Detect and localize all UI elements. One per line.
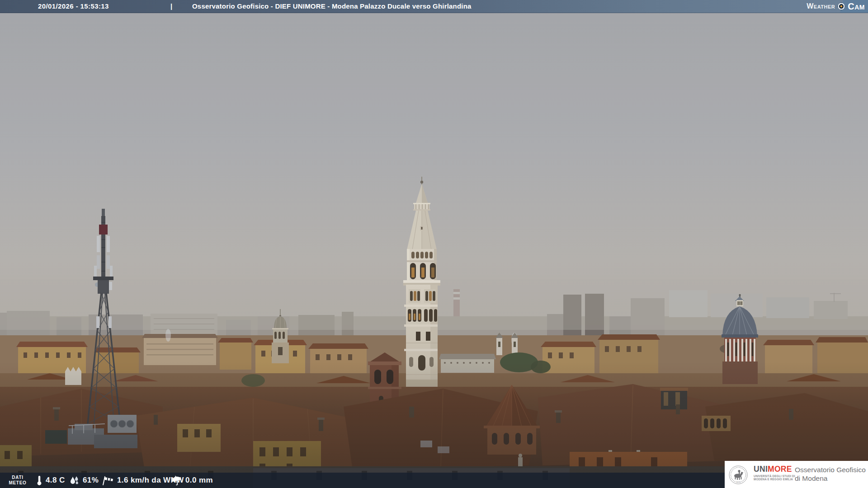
weathercam-logo: Weather Cam (807, 0, 868, 13)
observatory-name-line1: Osservatorio Geofisico (795, 465, 866, 474)
precipitation-value: 0.0 mm (185, 476, 213, 485)
wordmark-uni: UNI (754, 465, 768, 474)
thermometer-icon (36, 475, 42, 486)
header-bar: 20/01/2026 - 15:53:13 | Osservatorio Geo… (0, 0, 868, 13)
header-timestamp: 20/01/2026 - 15:53:13 (38, 0, 109, 13)
unimore-credit-box: 1175 UNIMORE UNIVERSITÀ DEGLI STUDI DI M… (725, 461, 868, 488)
weather-label-line2: METEO (5, 480, 30, 486)
header-title: Osservatorio Geofisico - DIEF UNIMORE - … (192, 0, 472, 13)
university-caption: UNIVERSITÀ DEGLI STUDI DI MODENA E REGGI… (754, 474, 795, 481)
header-separator: | (170, 0, 172, 13)
humidity-reading: 61% (69, 473, 99, 488)
camera-lens-icon (837, 2, 846, 11)
university-caption-line1: UNIVERSITÀ DEGLI STUDI DI (754, 474, 795, 478)
wordmark-more: MORE (768, 465, 792, 474)
photo-tone (0, 13, 868, 488)
precipitation-reading: 0.0 mm (171, 473, 213, 488)
weathercam-cam-label: Cam (848, 1, 865, 12)
temperature-value: 4.8 C (46, 476, 65, 485)
droplets-icon (69, 475, 80, 485)
humidity-value: 61% (83, 476, 99, 485)
weather-label-line1: DATI (5, 475, 30, 480)
university-caption-line2: MODENA E REGGIO EMILIA (754, 478, 795, 481)
weathercam-weather-label: Weather (807, 2, 835, 10)
unimore-wordmark: UNIMORE (754, 465, 795, 474)
windsock-icon (101, 475, 114, 486)
unimore-seal: 1175 (728, 465, 748, 485)
unimore-brand: UNIMORE UNIVERSITÀ DEGLI STUDI DI MODENA… (754, 465, 795, 481)
temperature-reading: 4.8 C (36, 473, 65, 488)
umbrella-icon (171, 475, 182, 486)
seal-year: 1175 (736, 481, 741, 483)
observatory-name-line2: di Modena (795, 474, 866, 483)
weather-data-label: DATI METEO (5, 475, 30, 486)
webcam-photo (0, 0, 868, 488)
webcam-frame: 20/01/2026 - 15:53:13 | Osservatorio Geo… (0, 0, 868, 488)
observatory-name: Osservatorio Geofisico di Modena (795, 465, 866, 483)
